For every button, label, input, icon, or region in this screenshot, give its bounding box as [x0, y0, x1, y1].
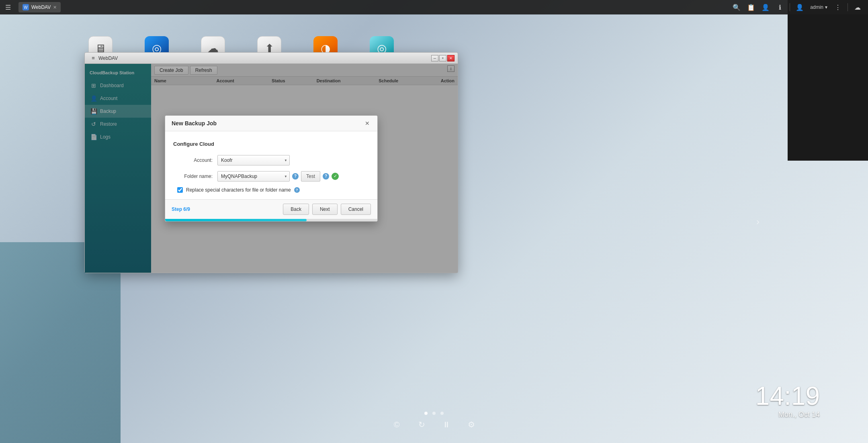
replace-special-chars-checkbox[interactable]: [177, 187, 183, 193]
bottom-icon-pause[interactable]: ⏸: [440, 418, 453, 431]
taskbar-admin-label: admin: [810, 4, 823, 10]
modal-section-title: Configure Cloud: [173, 141, 369, 147]
desktop: ☰ W WebDAV ✕ 🔍 📋 👤 ℹ 👤 admin ▾ ⋮ ☁ 🖥 ◎ ☁: [0, 0, 868, 443]
window-minimize-button[interactable]: ─: [431, 55, 438, 61]
clock-display: 14:19 Mon., Oct 14: [755, 383, 820, 419]
right-arrow-button[interactable]: ›: [756, 216, 760, 227]
pagination-dot-3[interactable]: [440, 412, 444, 415]
account-control-group: Koofr: [217, 155, 369, 165]
folder-help-icon[interactable]: ?: [292, 173, 299, 180]
taskbar-menu-button[interactable]: ☰: [0, 0, 16, 14]
taskbar-divider: [790, 3, 790, 11]
window-close-button[interactable]: ✕: [447, 55, 454, 61]
form-row-account: Account: Koofr: [173, 155, 369, 165]
folder-select[interactable]: MyQNAPBackup: [217, 171, 290, 182]
taskbar: ☰ W WebDAV ✕ 🔍 📋 👤 ℹ 👤 admin ▾ ⋮ ☁: [0, 0, 868, 14]
back-button[interactable]: Back: [283, 204, 309, 215]
modal-body: Configure Cloud Account: Koofr: [165, 131, 377, 199]
pagination-dot-2[interactable]: [432, 412, 436, 415]
account-select[interactable]: Koofr: [217, 155, 290, 165]
taskbar-app-tab-webdav[interactable]: W WebDAV ✕: [18, 2, 61, 12]
window-body: CloudBackup Station ⊞ Dashboard 👤 Accoun…: [85, 64, 458, 273]
taskbar-right-area: 🔍 📋 👤 ℹ 👤 admin ▾ ⋮ ☁: [730, 1, 868, 14]
app-window: ≡ WebDAV ─ + ✕ CloudBackup Station ⊞ Das…: [84, 52, 458, 273]
taskbar-more-button[interactable]: ⋮: [831, 1, 844, 14]
taskbar-admin-arrow: ▾: [825, 4, 827, 10]
checkbox-help-icon[interactable]: ?: [294, 187, 300, 193]
taskbar-cloud-button[interactable]: ☁: [851, 1, 864, 14]
taskbar-user-icon[interactable]: 👤: [759, 1, 772, 14]
taskbar-admin-user[interactable]: admin ▾: [808, 3, 830, 12]
footer-buttons: Back Next Cancel: [283, 204, 371, 215]
step-indicator: Step 6/9: [172, 206, 190, 212]
taskbar-app-tab-label: WebDAV: [31, 4, 51, 10]
window-menu-icon[interactable]: ≡: [88, 54, 98, 63]
account-label: Account:: [173, 157, 217, 163]
taskbar-app-tab-close[interactable]: ✕: [53, 5, 57, 10]
next-button[interactable]: Next: [312, 204, 338, 215]
new-backup-job-modal: New Backup Job ✕ Configure Cloud Account…: [165, 115, 378, 222]
folder-control-group: MyQNAPBackup ? Test ? ✓: [217, 171, 369, 182]
folder-select-wrapper: MyQNAPBackup: [217, 171, 290, 182]
progress-bar-fill: [165, 219, 307, 221]
modal-title: New Backup Job: [172, 120, 217, 127]
window-titlebar: ≡ WebDAV ─ + ✕: [85, 53, 458, 64]
bottom-icons: © ↻ ⏸ ⚙: [390, 418, 478, 431]
form-row-folder: Folder name: MyQNAPBackup ? Test: [173, 171, 369, 182]
window-title: WebDAV: [98, 55, 431, 61]
main-content: Create Job Refresh Name Account Status D…: [151, 64, 458, 273]
cancel-button[interactable]: Cancel: [341, 204, 371, 215]
window-maximize-button[interactable]: +: [439, 55, 446, 61]
taskbar-tasks-button[interactable]: 📋: [745, 1, 757, 14]
taskbar-profile-icon[interactable]: 👤: [793, 1, 806, 14]
modal-close-button[interactable]: ✕: [364, 120, 371, 127]
account-select-wrapper: Koofr: [217, 155, 290, 165]
clock-time: 14:19: [755, 383, 820, 409]
clock-date: Mon., Oct 14: [755, 410, 820, 419]
test-button[interactable]: Test: [301, 171, 320, 182]
checkbox-row: Replace special characters for file or f…: [173, 187, 369, 193]
test-success-icon: ✓: [332, 173, 339, 180]
modal-footer: Step 6/9 Back Next Cancel: [165, 199, 377, 219]
bg-decoration-right: [788, 0, 868, 161]
taskbar-divider2: [848, 3, 848, 11]
bottom-icon-settings[interactable]: ⚙: [465, 418, 478, 431]
modal-overlay: New Backup Job ✕ Configure Cloud Account…: [151, 64, 458, 273]
bottom-icon-copyright[interactable]: ©: [390, 418, 403, 431]
test-help-icon[interactable]: ?: [323, 173, 329, 180]
bottom-icon-refresh[interactable]: ↻: [415, 418, 428, 431]
modal-header: New Backup Job ✕: [165, 116, 377, 131]
taskbar-search-button[interactable]: 🔍: [730, 1, 743, 14]
folder-label: Folder name:: [173, 174, 217, 179]
taskbar-info-button[interactable]: ℹ: [774, 1, 786, 14]
progress-bar-container: [165, 219, 377, 221]
webdav-app-icon: W: [23, 4, 29, 10]
window-controls: ─ + ✕: [431, 55, 454, 61]
pagination-dot-1[interactable]: [424, 412, 428, 415]
replace-special-chars-label: Replace special characters for file or f…: [186, 187, 291, 193]
pagination-dots: [424, 412, 444, 415]
